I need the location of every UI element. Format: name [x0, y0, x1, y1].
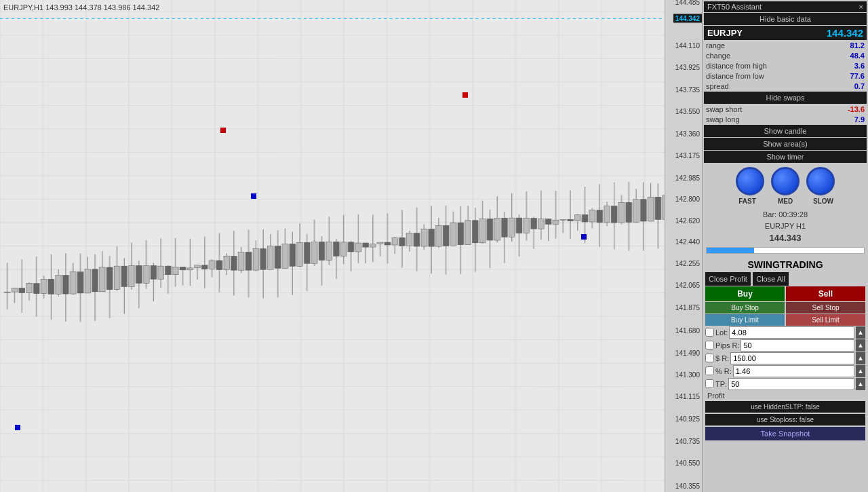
- price-label: 143.175: [675, 151, 700, 159]
- range-label: range: [706, 41, 725, 50]
- pips-checkbox[interactable]: [705, 341, 714, 349]
- close-icon[interactable]: ×: [859, 3, 863, 11]
- fxt-header: FXT50 Assistant ×: [704, 1, 867, 12]
- lot-stepper-up[interactable]: ▲: [856, 326, 865, 339]
- price-label: 144.485: [675, 0, 700, 5]
- percent-stepper-up[interactable]: ▲: [856, 365, 865, 377]
- price-label: 140.735: [675, 437, 700, 444]
- sell-stop-button[interactable]: Sell Stop: [786, 302, 865, 314]
- tp-input[interactable]: [728, 378, 854, 390]
- hide-swaps-button[interactable]: Hide swaps: [704, 92, 867, 104]
- chart-area[interactable]: EURJPY,H1 143.993 144.378 143.986 144.34…: [0, 0, 702, 492]
- price-label: 143.360: [675, 130, 700, 137]
- profit-label: Profit: [707, 392, 725, 400]
- symbol-name: EURJPY: [707, 28, 743, 38]
- chart-canvas: [0, 0, 702, 492]
- percent-checkbox[interactable]: [705, 366, 714, 375]
- swap-short-label: swap short: [706, 105, 742, 113]
- pips-input[interactable]: [741, 339, 854, 352]
- price-label: 141.300: [675, 371, 700, 379]
- show-areas-button[interactable]: Show area(s): [704, 138, 867, 150]
- price-label: 144.110: [675, 42, 700, 50]
- range-row: range 81.2: [704, 41, 867, 50]
- dist-high-value: 3.6: [854, 62, 865, 70]
- snapshot-button[interactable]: Take Snapshot: [705, 427, 865, 440]
- price-label: 140.925: [675, 415, 700, 423]
- symbol-price: 144.342: [827, 27, 863, 39]
- tp-label: TP:: [715, 380, 727, 388]
- swap-long-label: swap long: [706, 115, 740, 124]
- percent-input[interactable]: [733, 365, 854, 377]
- slow-label: SLOW: [809, 197, 837, 205]
- swing-title: SWINGTRADING: [705, 257, 865, 272]
- price-label: 140.550: [675, 459, 700, 466]
- med-button[interactable]: [771, 167, 800, 195]
- dist-high-row: distance from high 3.6: [704, 61, 867, 71]
- change-label: change: [706, 52, 730, 60]
- bar-price: 144.343: [704, 231, 867, 245]
- progress-bar-fill: [707, 248, 754, 253]
- spread-value: 0.7: [854, 82, 865, 90]
- spread-row: spread 0.7: [704, 81, 867, 91]
- change-row: change 48.4: [704, 51, 867, 60]
- bar-time: 00:39:28: [778, 210, 808, 219]
- dollar-input[interactable]: [730, 352, 854, 364]
- bar-time-row: Bar: 00:39:28: [704, 209, 867, 221]
- price-label: 140.355: [675, 482, 700, 489]
- change-value: 48.4: [850, 52, 865, 60]
- fast-button[interactable]: [736, 167, 764, 195]
- dist-low-value: 77.6: [850, 72, 865, 80]
- fast-label: FAST: [733, 197, 762, 205]
- pips-label: Pips R:: [715, 341, 739, 349]
- buy-button[interactable]: Buy: [705, 286, 785, 301]
- progress-bar-container: [706, 247, 865, 254]
- med-label: MED: [771, 197, 800, 205]
- swing-section: SWINGTRADING Close Profit Close All Buy …: [704, 256, 867, 442]
- current-price-highlight: 144.342: [673, 14, 702, 23]
- tp-stepper-up[interactable]: ▲: [856, 378, 865, 390]
- percent-row: % R: ▲: [705, 365, 865, 377]
- pips-row: Pips R: ▲: [705, 339, 865, 352]
- hidden-sltp-button[interactable]: use HiddenSLTP: false: [705, 401, 865, 413]
- price-label: 143.925: [675, 64, 700, 71]
- dist-low-label: distance from low: [706, 72, 764, 80]
- marker-blue-3: [15, 425, 20, 430]
- show-candle-button[interactable]: Show candle: [704, 125, 867, 137]
- dollar-row: $ R: ▲: [705, 352, 865, 364]
- slow-button[interactable]: [806, 167, 835, 195]
- bar-symbol: EURJPY H1: [704, 221, 867, 232]
- tp-checkbox[interactable]: [705, 379, 714, 388]
- speed-labels: FAST MED SLOW: [733, 197, 837, 205]
- marker-blue-1: [251, 193, 256, 199]
- dollar-checkbox[interactable]: [705, 354, 714, 362]
- pips-stepper-up[interactable]: ▲: [856, 339, 865, 352]
- sell-limit-button[interactable]: Sell Limit: [786, 314, 865, 326]
- close-profit-button[interactable]: Close Profit: [705, 272, 751, 286]
- hide-basic-data-button[interactable]: Hide basic data: [704, 13, 867, 25]
- close-all-button[interactable]: Close All: [753, 272, 789, 286]
- spread-label: spread: [706, 82, 729, 90]
- sell-button[interactable]: Sell: [786, 286, 865, 301]
- price-axis: 144.485144.110143.925143.735143.550143.3…: [665, 0, 702, 492]
- marker-red-2: [462, 92, 468, 98]
- dollar-stepper-up[interactable]: ▲: [856, 352, 865, 364]
- chart-title: EURJPY,H1 143.993 144.378 143.986 144.34…: [3, 3, 159, 12]
- limit-row: Buy Limit Sell Limit: [705, 314, 865, 326]
- price-label: 141.490: [675, 349, 700, 356]
- buy-sell-row: Buy Sell: [705, 286, 865, 301]
- dist-high-label: distance from high: [706, 62, 767, 70]
- buy-limit-button[interactable]: Buy Limit: [705, 314, 785, 326]
- marker-blue-2: [581, 234, 587, 240]
- price-label: 142.255: [675, 259, 700, 267]
- show-timer-button[interactable]: Show timer: [704, 151, 867, 163]
- price-label: 143.550: [675, 107, 700, 115]
- stoploss-button[interactable]: use Stoploss: false: [705, 414, 865, 425]
- symbol-row: EURJPY 144.342: [704, 26, 867, 40]
- swap-short-row: swap short -13.6: [704, 105, 867, 114]
- lot-input[interactable]: [729, 326, 854, 339]
- bar-label: Bar:: [763, 210, 776, 219]
- buy-stop-button[interactable]: Buy Stop: [705, 302, 785, 314]
- speed-buttons: [736, 167, 835, 195]
- lot-checkbox[interactable]: [705, 328, 714, 337]
- price-label: 142.440: [675, 238, 700, 245]
